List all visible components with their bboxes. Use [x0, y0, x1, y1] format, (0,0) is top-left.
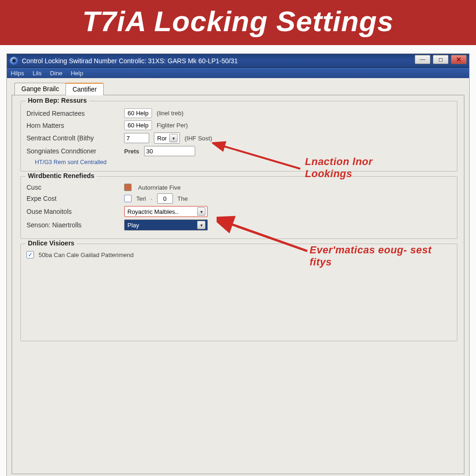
- prefix-songniates: Prets: [124, 148, 139, 155]
- combo-sentract-ror[interactable]: Ror ▾: [154, 132, 180, 144]
- group-dnlice-visioers: Dnlice Visioers ✓ 50ba Can Cale Gaiilad …: [20, 244, 457, 341]
- combo-sentract-ror-text: Ror: [157, 135, 167, 142]
- minimize-icon: —: [420, 56, 425, 63]
- label-sentract-controlt: Sentract Controlt (Bithy: [26, 134, 119, 142]
- text-expe-terl: Terl: [136, 195, 146, 202]
- hint-horn-matters: Figliter Per): [157, 122, 188, 129]
- dialog-window: ✱ Control Locking Switirad Number Contro…: [7, 53, 469, 476]
- menu-item-lils[interactable]: Lils: [33, 70, 42, 77]
- input-songniates[interactable]: [144, 146, 195, 156]
- tab-gange-brailc[interactable]: Gange Brailc: [14, 83, 66, 95]
- label-senson-niaertrolls: Senson: Niaertrolls: [26, 221, 119, 229]
- label-ouse-manoitols: Ouse Manoitols: [26, 208, 119, 215]
- close-button[interactable]: ✕: [451, 55, 467, 64]
- color-swatch-cusc[interactable]: [124, 184, 132, 191]
- menu-item-hilps[interactable]: Hilps: [11, 70, 24, 77]
- maximize-button[interactable]: ◻: [433, 55, 449, 64]
- menubar: Hilps Lils Dine Help: [7, 68, 469, 78]
- label-cusc: Cusc: [26, 184, 119, 191]
- menu-item-dine[interactable]: Dine: [50, 70, 62, 77]
- combo-ouse-text: Royactric Malbles..: [127, 208, 178, 215]
- chevron-down-icon: ▾: [197, 207, 205, 216]
- value-driviced-remactees[interactable]: 60 Help: [124, 108, 152, 118]
- maximize-icon: ◻: [438, 56, 443, 63]
- app-icon: ✱: [10, 57, 18, 65]
- group-wirdbentic: Wirdbentic Renefieds Cusc Autornriate Fi…: [20, 176, 457, 239]
- group-dnlice-legend: Dnlice Visioers: [26, 239, 77, 247]
- combo-senson[interactable]: Play ▾: [124, 219, 208, 231]
- minimize-button[interactable]: —: [415, 55, 430, 64]
- banner-title: T7iA Locking Settings: [0, 0, 476, 45]
- text-cusc: Autornriate Five: [138, 184, 181, 191]
- label-horn-matters: Horn Matters: [26, 122, 119, 129]
- tab-pane-cantifier: Horn Bep: Ressurs Driviced Remactees 60 …: [12, 95, 464, 474]
- chevron-down-icon: ▾: [169, 134, 178, 142]
- tab-strip: Gange Brailc Cantifier: [12, 83, 464, 95]
- input-sentract-controlt[interactable]: [124, 133, 149, 143]
- hint-driviced-remactees: (linel treb): [157, 110, 184, 117]
- combo-senson-text: Play: [127, 222, 139, 229]
- close-icon: ✕: [456, 56, 462, 63]
- label-50ba: 50ba Can Cale Gaiilad Patterimend: [39, 251, 134, 258]
- checkbox-50ba[interactable]: ✓: [26, 251, 34, 258]
- text-expe-the: The: [178, 195, 188, 202]
- input-expe-val[interactable]: [157, 193, 173, 204]
- tab-cantifier[interactable]: Cantifier: [66, 83, 104, 95]
- chevron-down-icon: ▾: [197, 221, 205, 229]
- group-horn-bep: Horn Bep: Ressurs Driviced Remactees 60 …: [20, 101, 457, 172]
- label-songniates: Songniates Conndtioner: [26, 147, 119, 155]
- menu-item-help[interactable]: Help: [71, 70, 83, 77]
- value-horn-matters[interactable]: 60 Help: [124, 120, 152, 130]
- combo-ouse-manoitols[interactable]: Royactric Malbles.. ▾: [124, 206, 208, 217]
- group-horn-bep-legend: Horn Bep: Ressurs: [26, 97, 89, 104]
- titlebar: ✱ Control Locking Switirad Number Contro…: [7, 54, 469, 68]
- window-title: Control Locking Switirad Number Controli…: [22, 57, 238, 65]
- subnote-htg3: HT/G3 Rem sont Centralled: [35, 159, 451, 165]
- group-wirdbentic-legend: Wirdbentic Renefieds: [26, 172, 97, 179]
- hint-sentract-controlt: (IHF Sost): [185, 135, 212, 142]
- label-driviced-remactees: Driviced Remactees: [26, 110, 119, 117]
- checkbox-expe[interactable]: [124, 195, 132, 202]
- label-expe-cost: Expe Cost: [26, 195, 119, 202]
